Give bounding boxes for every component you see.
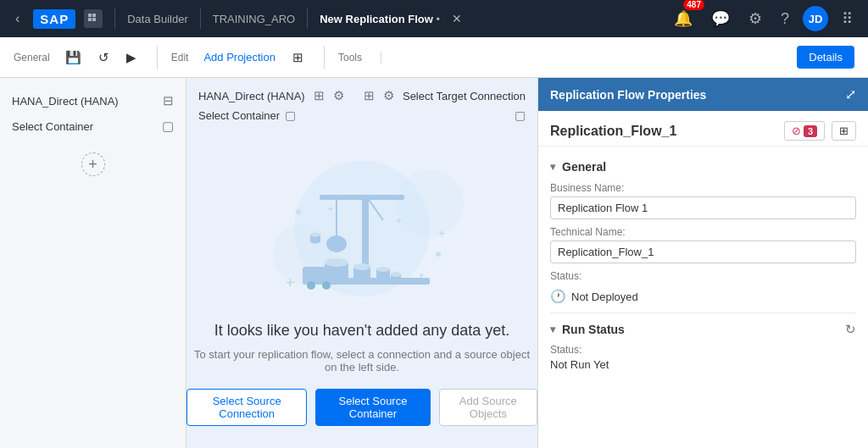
status-label: Status: [550, 270, 856, 282]
svg-rect-2 [88, 18, 92, 21]
select-container-item[interactable]: Select Container ▢ [0, 113, 186, 139]
empty-subtitle: To start your replication flow, select a… [186, 348, 537, 373]
svg-point-24 [391, 272, 401, 277]
toolbar-edit-group: Edit Add Projection ⊞ [171, 46, 325, 69]
flow-name: Replication_Flow_1 [550, 124, 676, 139]
source-settings-icon[interactable]: ⚙ [331, 86, 346, 105]
app-name-breadcrumb: Data Builder [127, 13, 188, 25]
tools-label: Tools [338, 52, 362, 64]
svg-text:+: + [438, 226, 445, 240]
chat-icon[interactable]: 💬 [706, 6, 735, 31]
right-panel-title: Replication Flow Properties [550, 88, 706, 102]
svg-point-21 [376, 267, 390, 272]
svg-text:+: + [286, 274, 295, 291]
svg-point-33 [420, 274, 423, 277]
help-icon[interactable]: ? [776, 7, 794, 31]
toolbar-general-group: General 💾 ↺ ▶ [14, 46, 158, 69]
status-row: 🕐 Not Deployed [550, 289, 856, 304]
run-status-status-label: Status: [550, 344, 856, 356]
general-label: General [14, 52, 50, 64]
svg-rect-8 [320, 195, 404, 200]
canvas-empty-state: + + + + It looks like you haven't added … [186, 122, 537, 448]
status-icon: 🕐 [550, 289, 566, 304]
run-status-section-header: ▾ Run Status ↻ [550, 322, 856, 337]
svg-text:+: + [396, 215, 402, 227]
svg-point-27 [322, 281, 331, 290]
add-projection-button[interactable]: Add Projection [197, 47, 282, 67]
save-button[interactable]: 💾 [58, 46, 88, 69]
add-item-button[interactable]: + [81, 152, 105, 176]
svg-point-6 [396, 169, 464, 237]
refresh-button[interactable]: ↻ [845, 322, 856, 337]
target-folder-icon: ▢ [515, 108, 526, 122]
select-source-connection-button[interactable]: Select Source Connection [186, 389, 307, 426]
back-button[interactable]: ‹ [10, 9, 25, 28]
section-divider [550, 312, 856, 313]
top-navigation: ‹ SAP Data Builder TRAINING_ARO New Repl… [0, 0, 868, 37]
main-layout: HANA_Direct (HANA) ⊟ Select Container ▢ … [0, 78, 868, 448]
flow-name-row: Replication_Flow_1 ⊘ 3 ⊞ [538, 111, 868, 147]
general-section-header[interactable]: ▾ General [550, 160, 856, 174]
svg-point-32 [436, 252, 441, 257]
run-status-toggle[interactable]: ▾ Run Status [550, 323, 625, 336]
status-value: Not Deployed [571, 290, 638, 303]
notification-bell[interactable]: 🔔 487 [669, 6, 698, 31]
flow-table-button[interactable]: ⊞ [832, 121, 856, 141]
select-source-container-button[interactable]: Select Source Container [315, 389, 430, 426]
run-status-chevron-icon: ▾ [550, 324, 555, 335]
svg-point-15 [325, 258, 348, 267]
current-file-tab[interactable]: New Replication Flow • [320, 13, 440, 25]
source-connection-item[interactable]: HANA_Direct (HANA) ⊟ [0, 88, 186, 113]
run-status-value: Not Run Yet [550, 358, 856, 371]
error-icon: ⊘ [792, 124, 801, 137]
properties-body: ▾ General Business Name: Technical Name:… [538, 147, 868, 448]
target-connection-box: ⊞ ⚙ Select Target Connection ▢ [362, 86, 526, 122]
deploy-button[interactable]: ▶ [120, 46, 143, 69]
main-toolbar: General 💾 ↺ ▶ Edit Add Projection ⊞ Tool… [0, 37, 868, 78]
error-badge: 3 [804, 125, 817, 137]
empty-illustration: + + + + [252, 144, 472, 313]
technical-name-input[interactable] [550, 241, 856, 263]
target-connection-name: Select Target Connection [403, 90, 526, 102]
notification-badge: 487 [683, 0, 704, 10]
nav-divider-3 [307, 8, 308, 29]
source-grid-icon[interactable]: ⊞ [312, 86, 326, 105]
connection-row: HANA_Direct (HANA) ⊞ ⚙ Select Container … [186, 78, 537, 122]
svg-point-18 [353, 263, 370, 270]
undo-button[interactable]: ↺ [92, 46, 116, 69]
apps-icon[interactable] [84, 9, 103, 28]
target-connection-icons: ⊞ ⚙ [362, 86, 396, 105]
nav-divider-2 [200, 8, 201, 29]
toolbar-tools-group: Tools [338, 52, 381, 64]
general-chevron-icon: ▾ [550, 161, 555, 173]
target-container-box: ▢ [515, 108, 526, 122]
target-settings-icon[interactable]: ⚙ [381, 86, 396, 105]
grid-icon[interactable]: ⠿ [837, 6, 858, 31]
details-button[interactable]: Details [797, 46, 854, 69]
general-section-label: General [562, 160, 606, 174]
table-icon: ⊞ [839, 124, 849, 137]
source-connection-label: HANA_Direct (HANA) [12, 95, 119, 108]
flow-error-button[interactable]: ⊘ 3 [784, 121, 825, 141]
svg-rect-0 [88, 14, 92, 17]
close-tab-button[interactable]: ✕ [452, 12, 462, 25]
sap-logo: SAP [33, 9, 75, 29]
nav-divider-1 [114, 8, 115, 29]
svg-rect-25 [303, 267, 332, 284]
edit-icon-btn[interactable]: ⊞ [286, 46, 310, 69]
svg-point-31 [296, 209, 301, 214]
empty-actions: Select Source Connection Select Source C… [186, 389, 537, 426]
avatar[interactable]: JD [803, 6, 828, 31]
settings-icon[interactable]: ⚙ [743, 6, 767, 31]
business-name-input[interactable] [550, 196, 856, 219]
source-connection-expand-icon: ⊟ [163, 93, 174, 108]
container-icon: ▢ [162, 119, 174, 134]
empty-title: It looks like you haven't added any data… [214, 322, 510, 340]
source-container-box: Select Container ▢ [198, 108, 346, 122]
center-canvas: HANA_Direct (HANA) ⊞ ⚙ Select Container … [186, 78, 537, 448]
run-status-label: Run Status [562, 323, 625, 336]
target-grid-icon[interactable]: ⊞ [362, 86, 376, 105]
source-connection-icons: ⊞ ⚙ [312, 86, 346, 105]
right-panel-expand-button[interactable]: ⤢ [845, 86, 856, 102]
business-name-label: Business Name: [550, 182, 856, 194]
